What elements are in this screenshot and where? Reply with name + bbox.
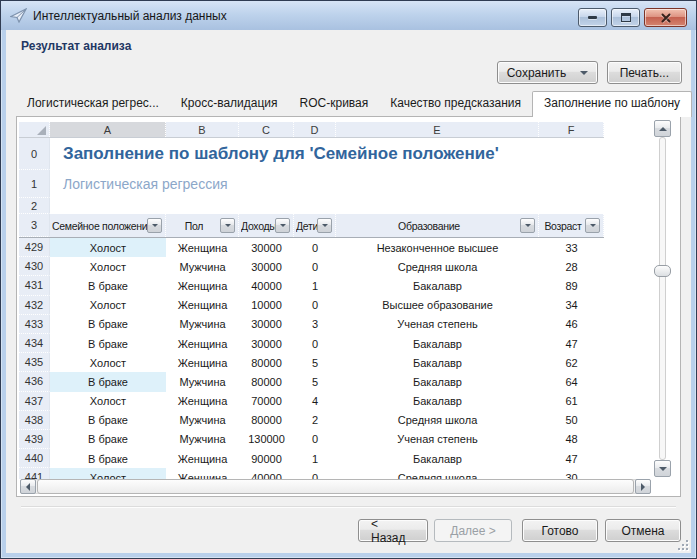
finish-button[interactable]: Готово bbox=[522, 519, 598, 542]
column-header-f[interactable]: F bbox=[539, 122, 604, 137]
grid-cell[interactable]: Бакалавр bbox=[336, 392, 539, 411]
tab-5[interactable]: Заполнение по шаблону bbox=[532, 91, 692, 117]
grid-cell[interactable]: 0 bbox=[294, 296, 336, 315]
tab-4[interactable]: Качество предсказания bbox=[379, 92, 532, 116]
grid-empty-cell[interactable] bbox=[50, 198, 604, 214]
tab-2[interactable]: Кросс-валидация bbox=[170, 92, 289, 116]
row-number[interactable]: 432 bbox=[19, 296, 50, 315]
cancel-button[interactable]: Отмена bbox=[605, 519, 681, 542]
grid-cell[interactable]: Бакалавр bbox=[336, 372, 539, 391]
row-number[interactable]: 436 bbox=[19, 372, 50, 391]
grid-cell[interactable]: В браке bbox=[50, 411, 166, 430]
filter-dropdown-button[interactable] bbox=[520, 218, 535, 233]
grid-cell[interactable]: Высшее образование bbox=[336, 296, 539, 315]
row-number[interactable]: 1 bbox=[19, 170, 50, 198]
grid-cell[interactable]: 80000 bbox=[239, 411, 294, 430]
grid-cell[interactable]: 0 bbox=[294, 238, 336, 257]
grid-cell[interactable]: 3 bbox=[294, 315, 336, 334]
row-number[interactable]: 439 bbox=[19, 430, 50, 449]
grid-cell[interactable]: 30000 bbox=[239, 257, 294, 276]
grid-cell[interactable]: 48 bbox=[539, 430, 604, 449]
save-button[interactable]: Сохранить bbox=[497, 61, 598, 84]
filter-dropdown-button[interactable] bbox=[317, 218, 332, 233]
filter-dropdown-button[interactable] bbox=[275, 218, 290, 233]
grid-cell[interactable]: В браке bbox=[50, 315, 166, 334]
grid-cell[interactable]: Холост bbox=[50, 468, 166, 479]
grid-cell[interactable]: Бакалавр bbox=[336, 276, 539, 295]
grid-cell[interactable]: 4 bbox=[294, 392, 336, 411]
grid-cell[interactable]: 30000 bbox=[239, 334, 294, 353]
grid-cell[interactable]: В браке bbox=[50, 372, 166, 391]
grid-cell[interactable]: Холост bbox=[50, 392, 166, 411]
grid-cell[interactable]: Холост bbox=[50, 238, 166, 257]
grid-cell[interactable]: 62 bbox=[539, 353, 604, 372]
select-all-corner[interactable] bbox=[19, 122, 50, 137]
column-header-b[interactable]: B bbox=[166, 122, 239, 137]
grid-cell[interactable]: В браке bbox=[50, 334, 166, 353]
grid-cell[interactable]: 90000 bbox=[239, 449, 294, 468]
next-button[interactable]: Далее > bbox=[434, 519, 512, 542]
grid-cell[interactable]: Средняя школа bbox=[336, 468, 539, 479]
grid-cell[interactable]: Ученая степень bbox=[336, 315, 539, 334]
grid-cell[interactable]: 1 bbox=[294, 449, 336, 468]
grid-cell[interactable]: 80000 bbox=[239, 372, 294, 391]
row-number[interactable]: 438 bbox=[19, 411, 50, 430]
grid-cell[interactable]: Холост bbox=[50, 353, 166, 372]
grid-cell[interactable]: Средняя школа bbox=[336, 411, 539, 430]
scroll-right-button[interactable] bbox=[635, 479, 651, 494]
grid-cell[interactable]: Женщина bbox=[166, 276, 239, 295]
column-header-e[interactable]: E bbox=[336, 122, 539, 137]
tab-1[interactable]: Логистическая регрес... bbox=[16, 92, 170, 116]
minimize-button[interactable] bbox=[578, 8, 607, 27]
row-number[interactable]: 437 bbox=[19, 392, 50, 411]
grid-cell[interactable]: Женщина bbox=[166, 392, 239, 411]
grid-cell[interactable]: Мужчина bbox=[166, 315, 239, 334]
grid-cell[interactable]: Мужчина bbox=[166, 372, 239, 391]
grid-cell[interactable]: Бакалавр bbox=[336, 353, 539, 372]
scroll-down-button[interactable] bbox=[654, 460, 671, 477]
filter-dropdown-button[interactable] bbox=[585, 218, 600, 233]
row-number[interactable]: 3 bbox=[19, 214, 50, 237]
row-number[interactable]: 430 bbox=[19, 257, 50, 276]
grid-cell[interactable]: 5 bbox=[294, 372, 336, 391]
grid-cell[interactable]: 89 bbox=[539, 276, 604, 295]
column-header-c[interactable]: C bbox=[239, 122, 294, 137]
grid-cell[interactable]: Незаконченное высшее bbox=[336, 238, 539, 257]
grid-cell[interactable]: 64 bbox=[539, 372, 604, 391]
grid-cell[interactable]: Женщина bbox=[166, 468, 239, 479]
grid-cell[interactable]: Холост bbox=[50, 257, 166, 276]
grid-cell[interactable]: Ученая степень bbox=[336, 430, 539, 449]
grid-cell[interactable]: 0 bbox=[294, 257, 336, 276]
column-header-a[interactable]: A bbox=[50, 122, 166, 137]
grid-cell[interactable]: 61 bbox=[539, 392, 604, 411]
grid-title-cell[interactable]: Заполнение по шаблону для 'Семейное поло… bbox=[50, 138, 604, 170]
row-number[interactable]: 434 bbox=[19, 334, 50, 353]
grid-cell[interactable]: Мужчина bbox=[166, 257, 239, 276]
grid-cell[interactable]: 46 bbox=[539, 315, 604, 334]
close-button[interactable] bbox=[644, 8, 687, 27]
row-number[interactable]: 440 bbox=[19, 449, 50, 468]
filter-dropdown-button[interactable] bbox=[220, 218, 235, 233]
grid-cell[interactable]: 30000 bbox=[239, 315, 294, 334]
grid-cell[interactable]: Средняя школа bbox=[336, 257, 539, 276]
grid-cell[interactable]: Холост bbox=[50, 296, 166, 315]
titlebar[interactable]: Интеллектуальный анализ данных bbox=[1, 1, 696, 30]
grid-cell[interactable]: 33 bbox=[539, 238, 604, 257]
grid-cell[interactable]: 0 bbox=[294, 430, 336, 449]
save-dropdown-icon[interactable] bbox=[580, 71, 588, 75]
column-header-d[interactable]: D bbox=[294, 122, 336, 137]
vertical-scrollbar-thumb[interactable] bbox=[654, 265, 671, 277]
print-button[interactable]: Печать... bbox=[607, 61, 682, 84]
grid-cell[interactable]: 30000 bbox=[239, 238, 294, 257]
grid-cell[interactable]: Женщина bbox=[166, 238, 239, 257]
maximize-button[interactable] bbox=[611, 8, 640, 27]
grid-cell[interactable]: 28 bbox=[539, 257, 604, 276]
vertical-scrollbar-track[interactable] bbox=[659, 137, 666, 460]
scroll-up-button[interactable] bbox=[654, 120, 671, 137]
horizontal-scrollbar-thumb[interactable] bbox=[37, 479, 634, 494]
row-number[interactable]: 433 bbox=[19, 315, 50, 334]
row-number[interactable]: 2 bbox=[19, 198, 50, 214]
grid-cell[interactable]: 0 bbox=[294, 334, 336, 353]
grid-cell[interactable]: 2 bbox=[294, 411, 336, 430]
grid-cell[interactable]: Мужчина bbox=[166, 411, 239, 430]
